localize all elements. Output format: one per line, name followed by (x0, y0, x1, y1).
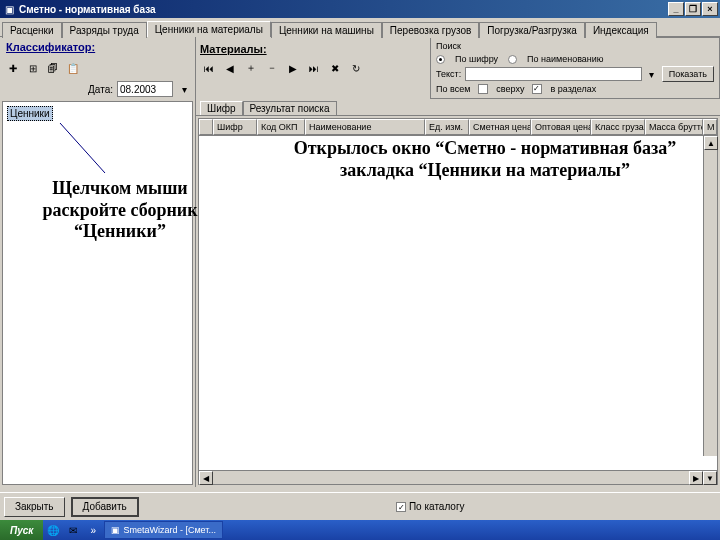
start-button[interactable]: Пуск (0, 520, 43, 540)
search-go-button[interactable]: Показать (662, 66, 714, 82)
grid-row-marker (199, 119, 213, 135)
tab-indeksaciya[interactable]: Индексация (585, 22, 657, 38)
catalog-checkbox[interactable] (396, 502, 406, 512)
date-dropdown-icon[interactable]: ▾ (177, 81, 191, 97)
subtab-shifr[interactable]: Шифр (200, 101, 243, 115)
search-dropdown-icon[interactable]: ▾ (646, 67, 658, 81)
dialog-button-bar: Закрыть Добавить По каталогу (0, 492, 720, 520)
nav-last-icon[interactable]: ⏭ (305, 59, 323, 77)
tab-perevozka[interactable]: Перевозка грузов (382, 22, 479, 38)
callout-arrow-icon (55, 118, 110, 178)
col-unit[interactable]: Ед. изм. (425, 119, 469, 135)
scroll-up-icon[interactable]: ▲ (704, 136, 718, 150)
tree-paste-icon[interactable]: 📋 (64, 59, 82, 77)
radio-by-name[interactable] (508, 55, 517, 64)
tab-cenniki-materialy[interactable]: Ценники на материалы (147, 21, 271, 37)
tab-cenniki-mashiny[interactable]: Ценники на машины (271, 22, 382, 38)
grid-body[interactable]: ▲ (199, 136, 717, 470)
window-title: Сметно - нормативная база (19, 4, 668, 15)
tree-expand-icon[interactable]: ✚ (4, 59, 22, 77)
window-titlebar: ▣ Сметно - нормативная база _ ❐ × (0, 0, 720, 18)
callout-left: Щелчком мыши раскройте сборник “Ценники” (25, 178, 215, 243)
nav-del-icon[interactable]: － (263, 59, 281, 77)
search-text-input[interactable] (465, 67, 642, 81)
main-tabstrip: Расценки Разряды труда Ценники на матери… (0, 18, 720, 37)
search-group-label: Поиск (436, 41, 714, 53)
nav-prev-icon[interactable]: ◀ (221, 59, 239, 77)
search-chk-section-label: в разделах (550, 84, 596, 94)
vertical-scrollbar[interactable]: ▲ (703, 136, 717, 456)
radio-by-name-label: По наименованию (527, 54, 604, 64)
search-chk-down[interactable] (478, 84, 488, 94)
tree-copy-icon[interactable]: 🗐 (44, 59, 62, 77)
radio-by-shifr[interactable] (436, 55, 445, 64)
date-label: Дата: (88, 84, 113, 95)
classifier-toolbar: ✚ ⊞ 🗐 📋 (0, 57, 195, 79)
search-chk-down-label: сверху (496, 84, 524, 94)
grid-header-row: Шифр Код ОКП Наименование Ед. изм. Сметн… (199, 119, 717, 136)
nav-add-icon[interactable]: ＋ (242, 59, 260, 77)
callout-main: Открылось окно “Сметно - нормативная баз… (265, 138, 705, 181)
tree-collapse-icon[interactable]: ⊞ (24, 59, 42, 77)
add-button[interactable]: Добавить (71, 497, 139, 517)
horizontal-scrollbar[interactable]: ◀ ▶ ▼ (199, 470, 717, 484)
search-scope-all-label: По всем (436, 84, 470, 94)
nav-toolbar: ⏮ ◀ ＋ － ▶ ⏭ ✖ ↻ (200, 57, 426, 79)
date-input[interactable] (117, 81, 173, 97)
classifier-header: Классификатор: (0, 37, 195, 57)
workarea: Классификатор: ✚ ⊞ 🗐 📋 Дата: ▾ Ценники М… (0, 37, 720, 487)
materials-header: Материалы: (200, 41, 426, 57)
nav-next-icon[interactable]: ▶ (284, 59, 302, 77)
tab-pogruzka[interactable]: Погрузка/Разгрузка (479, 22, 585, 38)
catalog-checkbox-label: По каталогу (409, 501, 465, 512)
nav-first-icon[interactable]: ⏮ (200, 59, 218, 77)
col-mass[interactable]: Масса брутто (645, 119, 703, 135)
nav-refresh-icon[interactable]: ↻ (347, 59, 365, 77)
col-name[interactable]: Наименование (305, 119, 425, 135)
grid-subtabs: Шифр Результат поиска (196, 99, 720, 116)
quicklaunch-icon-2[interactable]: ✉ (65, 522, 81, 538)
minimize-button[interactable]: _ (668, 2, 684, 16)
app-icon: ▣ (2, 2, 16, 16)
restore-button[interactable]: ❐ (685, 2, 701, 16)
subtab-result[interactable]: Результат поиска (243, 101, 337, 115)
scroll-down-corner-icon[interactable]: ▼ (703, 471, 717, 485)
close-button[interactable]: × (702, 2, 718, 16)
quicklaunch-more-icon[interactable]: » (85, 522, 101, 538)
search-text-label: Текст: (436, 69, 461, 79)
quicklaunch-icon-1[interactable]: 🌐 (45, 522, 61, 538)
col-shifr[interactable]: Шифр (213, 119, 257, 135)
col-smet[interactable]: Сметная цена (469, 119, 531, 135)
col-opt[interactable]: Оптовая цена (531, 119, 591, 135)
search-chk-section[interactable] (532, 84, 542, 94)
search-groupbox: Поиск По шифру По наименованию Текст: ▾ … (430, 37, 720, 99)
nav-cancel-icon[interactable]: ✖ (326, 59, 344, 77)
col-class[interactable]: Класс груза (591, 119, 645, 135)
scroll-right-icon[interactable]: ▶ (689, 471, 703, 485)
classifier-panel: Классификатор: ✚ ⊞ 🗐 📋 Дата: ▾ Ценники (0, 37, 196, 487)
tab-razryady[interactable]: Разряды труда (62, 22, 147, 38)
scroll-left-icon[interactable]: ◀ (199, 471, 213, 485)
tab-rascentki[interactable]: Расценки (2, 22, 62, 38)
col-okp[interactable]: Код ОКП (257, 119, 305, 135)
taskbar-app-button[interactable]: ▣SmetaWizard - [Смет... (104, 521, 223, 539)
svg-line-0 (60, 123, 105, 173)
close-dialog-button[interactable]: Закрыть (4, 497, 65, 517)
radio-by-shifr-label: По шифру (455, 54, 498, 64)
col-m[interactable]: М (703, 119, 717, 135)
materials-panel: Материалы: ⏮ ◀ ＋ － ▶ ⏭ ✖ ↻ Поиск По шифр… (196, 37, 720, 487)
tree-root-cenniki[interactable]: Ценники (7, 106, 53, 121)
windows-taskbar: Пуск 🌐 ✉ » ▣SmetaWizard - [Смет... (0, 520, 720, 540)
